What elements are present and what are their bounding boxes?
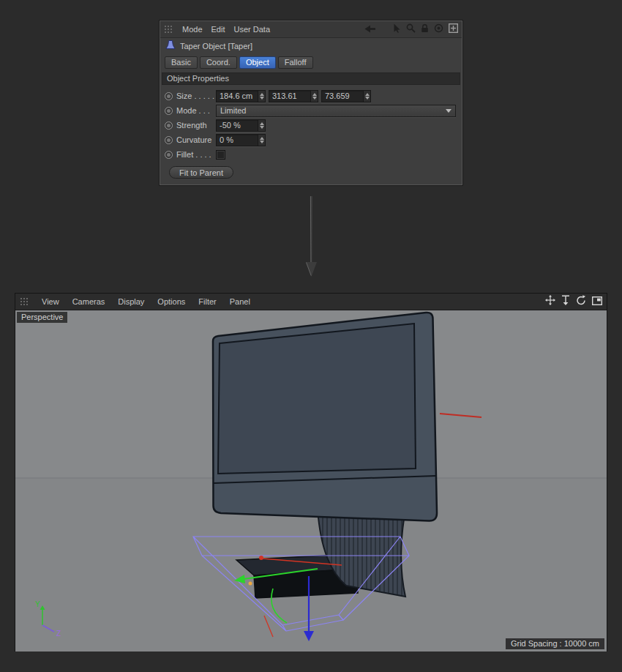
curvature-field[interactable]: 0 % bbox=[216, 134, 266, 146]
menu-display[interactable]: Display bbox=[113, 297, 149, 306]
size-label: Size . . . . . bbox=[176, 92, 214, 100]
target-circle-icon[interactable] bbox=[434, 23, 443, 36]
grid-spacing-label: Grid Spacing : 10000 cm bbox=[506, 638, 604, 649]
tab-object[interactable]: Object bbox=[239, 56, 276, 69]
lock-icon[interactable] bbox=[421, 23, 429, 36]
menu-user-data[interactable]: User Data bbox=[230, 25, 275, 34]
attribute-titlebar: Mode Edit User Data bbox=[160, 21, 462, 38]
strength-field[interactable]: -50 % bbox=[216, 119, 266, 132]
viewport-menubar: View Cameras Display Options Filter Pane… bbox=[15, 294, 607, 310]
chevron-down-icon bbox=[446, 109, 451, 113]
size-y-field[interactable]: 313.61 cm bbox=[269, 90, 318, 102]
titlebar-icon-group bbox=[364, 23, 458, 36]
view-label[interactable]: Perspective bbox=[17, 312, 67, 323]
anim-dot-icon[interactable] bbox=[165, 107, 173, 115]
viewport-canvas[interactable]: Y Z Perspective Grid Spacing : 10000 cm bbox=[15, 310, 607, 652]
section-header-object-properties: Object Properties bbox=[162, 72, 460, 85]
rotate-camera-icon[interactable] bbox=[576, 295, 586, 308]
monitor-screen[interactable] bbox=[218, 324, 416, 474]
cinema4d-screenshot: Mode Edit User Data Taper Object [Taper]… bbox=[0, 0, 622, 672]
object-title: Taper Object [Taper] bbox=[180, 42, 252, 51]
axis-y-label: Y bbox=[35, 600, 40, 608]
menu-view[interactable]: View bbox=[37, 297, 64, 306]
row-mode: Mode . . . Limited bbox=[165, 105, 457, 116]
menu-edit[interactable]: Edit bbox=[207, 25, 230, 34]
menu-filter[interactable]: Filter bbox=[193, 297, 221, 306]
size-x-field[interactable]: 184.6 cm bbox=[216, 90, 266, 102]
row-strength: Strength -50 % bbox=[165, 119, 457, 131]
attribute-tabs: Basic Coord. Object Falloff bbox=[160, 54, 462, 72]
dolly-camera-icon[interactable] bbox=[561, 295, 570, 308]
spinner-icon[interactable] bbox=[363, 91, 370, 102]
history-back-icon[interactable] bbox=[364, 23, 376, 36]
curvature-label: Curvature bbox=[176, 135, 214, 144]
anim-dot-icon[interactable] bbox=[165, 151, 173, 159]
spinner-icon[interactable] bbox=[258, 135, 265, 146]
toggle-view-icon[interactable] bbox=[592, 295, 602, 308]
tab-coord[interactable]: Coord. bbox=[200, 56, 237, 69]
spinner-icon[interactable] bbox=[258, 91, 265, 102]
pick-cursor-icon[interactable] bbox=[393, 23, 401, 36]
fit-to-parent-button[interactable]: Fit to Parent bbox=[169, 166, 233, 179]
mode-label: Mode . . . bbox=[176, 106, 214, 115]
menu-mode[interactable]: Mode bbox=[178, 25, 207, 34]
viewport-window: View Cameras Display Options Filter Pane… bbox=[15, 293, 607, 652]
scene-3d[interactable]: Y Z bbox=[15, 310, 607, 652]
anim-dot-icon[interactable] bbox=[165, 122, 173, 130]
axis-z-label: Z bbox=[56, 630, 61, 638]
gizmo-origin-handle[interactable] bbox=[249, 582, 252, 586]
anim-dot-icon[interactable] bbox=[165, 92, 173, 100]
object-header-row: Taper Object [Taper] bbox=[160, 38, 462, 54]
spinner-icon[interactable] bbox=[258, 120, 265, 131]
row-size: Size . . . . . 184.6 cm 313.61 cm 73.659… bbox=[165, 90, 457, 102]
mode-dropdown[interactable]: Limited bbox=[216, 105, 456, 117]
fillet-checkbox[interactable] bbox=[216, 150, 225, 160]
tab-basic[interactable]: Basic bbox=[165, 56, 198, 69]
strength-label: Strength bbox=[176, 121, 214, 130]
anim-dot-icon[interactable] bbox=[165, 136, 173, 144]
flow-arrow bbox=[303, 196, 321, 278]
attribute-manager: Mode Edit User Data Taper Object [Taper]… bbox=[160, 20, 462, 185]
tab-falloff[interactable]: Falloff bbox=[278, 56, 313, 69]
drag-grip-icon[interactable] bbox=[20, 297, 29, 307]
size-z-field[interactable]: 73.659 cm bbox=[321, 90, 371, 102]
viewport-nav-icons bbox=[545, 295, 602, 308]
row-curvature: Curvature 0 % bbox=[165, 134, 457, 146]
spinner-icon[interactable] bbox=[310, 91, 318, 102]
x-axis-line bbox=[440, 414, 482, 417]
menu-cameras[interactable]: Cameras bbox=[67, 297, 110, 306]
fillet-label: Fillet . . . . bbox=[176, 150, 214, 159]
pan-camera-icon[interactable] bbox=[545, 295, 555, 308]
drag-grip-icon[interactable] bbox=[164, 25, 173, 34]
add-panel-icon[interactable] bbox=[449, 23, 458, 36]
row-fillet: Fillet . . . . bbox=[165, 149, 457, 160]
taper-object-icon bbox=[165, 40, 176, 53]
menu-options[interactable]: Options bbox=[152, 297, 190, 306]
gizmo-x-handle[interactable] bbox=[259, 556, 263, 560]
search-icon[interactable] bbox=[406, 23, 416, 36]
property-rows: Size . . . . . 184.6 cm 313.61 cm 73.659… bbox=[160, 85, 462, 162]
menu-panel[interactable]: Panel bbox=[225, 297, 255, 306]
